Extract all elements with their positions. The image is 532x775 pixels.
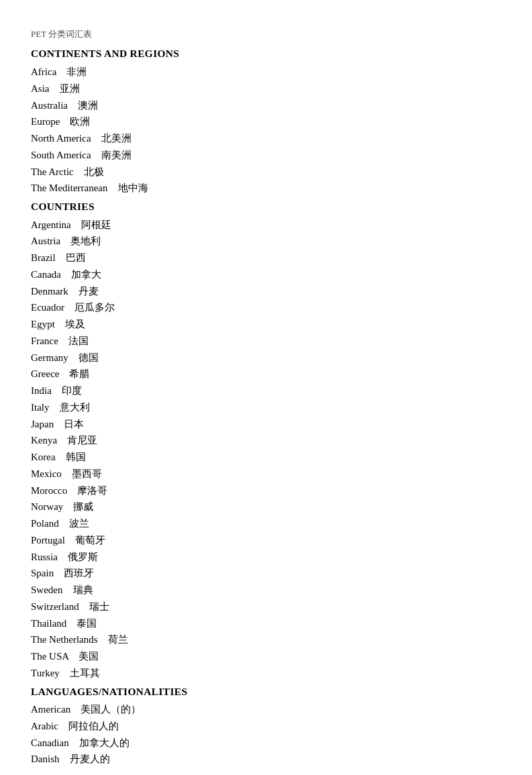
list-item: The Netherlands 荷兰 bbox=[31, 631, 501, 648]
list-item: Ecuador 厄瓜多尔 bbox=[31, 299, 501, 316]
section-heading-languages: LANGUAGES/NATIONALITIES bbox=[31, 683, 501, 701]
entry-english: Ecuador bbox=[31, 302, 64, 313]
entry-english: Poland bbox=[31, 518, 59, 529]
list-item: The USA 美国 bbox=[31, 648, 501, 665]
list-item: France 法国 bbox=[31, 333, 501, 350]
entry-chinese: 泰国 bbox=[76, 618, 97, 629]
entry-chinese: 韩国 bbox=[66, 452, 86, 462]
entry-chinese: 丹麦 bbox=[78, 286, 99, 297]
entry-english: Danish bbox=[31, 754, 60, 764]
entry-english: Morocco bbox=[31, 485, 67, 496]
entry-chinese: 西班牙 bbox=[64, 568, 94, 578]
entry-english: The Mediterranean bbox=[31, 183, 108, 193]
list-item: Sweden 瑞典 bbox=[31, 582, 501, 599]
entry-english: Europe bbox=[31, 116, 60, 127]
entry-english: Spain bbox=[31, 568, 54, 578]
entry-english: Australia bbox=[31, 100, 68, 111]
entry-english: Africa bbox=[31, 66, 56, 77]
entry-english: Egypt bbox=[31, 319, 55, 329]
entry-chinese: 巴西 bbox=[66, 252, 86, 263]
list-item: American 美国人（的） bbox=[31, 701, 501, 718]
entry-chinese: 肯尼亚 bbox=[67, 435, 97, 446]
entry-chinese: 埃及 bbox=[65, 319, 85, 329]
entry-chinese: 南美洲 bbox=[101, 150, 131, 160]
entry-chinese: 加拿大 bbox=[71, 269, 101, 280]
list-item: Poland 波兰 bbox=[31, 515, 501, 532]
list-item: Russia 俄罗斯 bbox=[31, 549, 501, 566]
entry-chinese: 阿根廷 bbox=[81, 219, 111, 230]
entry-chinese: 澳洲 bbox=[78, 100, 98, 111]
entry-chinese: 墨西哥 bbox=[72, 468, 102, 479]
list-item: Australia 澳洲 bbox=[31, 97, 501, 114]
list-item: Thailand 泰国 bbox=[31, 615, 501, 632]
entry-english: Sweden bbox=[31, 584, 63, 595]
entry-english: The USA bbox=[31, 651, 68, 662]
entry-chinese: 阿拉伯人的 bbox=[68, 721, 119, 731]
entry-chinese: 美国 bbox=[78, 651, 99, 662]
list-item: The Mediterranean 地中海 bbox=[31, 180, 501, 197]
entry-chinese: 德国 bbox=[78, 352, 99, 363]
entry-english: American bbox=[31, 704, 70, 715]
list-item: Greece 希腊 bbox=[31, 366, 501, 382]
entry-chinese: 日本 bbox=[64, 419, 84, 429]
entry-chinese: 美国人（的） bbox=[81, 704, 141, 715]
entry-chinese: 非洲 bbox=[66, 66, 87, 77]
entry-english: Norway bbox=[31, 501, 63, 512]
entry-english: Switzerland bbox=[31, 601, 79, 612]
list-item: Asia 亚洲 bbox=[31, 81, 501, 97]
list-item: Arabic 阿拉伯人的 bbox=[31, 718, 501, 735]
entry-english: Arabic bbox=[31, 721, 58, 731]
list-item: Austria 奥地利 bbox=[31, 233, 501, 250]
list-item: Canada 加拿大 bbox=[31, 266, 501, 283]
entry-english: India bbox=[31, 385, 52, 396]
entry-english: Turkey bbox=[31, 668, 60, 678]
entry-chinese: 欧洲 bbox=[70, 116, 90, 127]
entry-chinese: 摩洛哥 bbox=[77, 485, 107, 496]
list-item: Denmark 丹麦 bbox=[31, 283, 501, 300]
entry-chinese: 荷兰 bbox=[108, 634, 128, 645]
section-heading-countries: COUNTRIES bbox=[31, 198, 501, 215]
entry-english: Kenya bbox=[31, 435, 57, 446]
entry-english: Denmark bbox=[31, 286, 68, 297]
entry-english: Italy bbox=[31, 402, 50, 413]
list-item: Africa 非洲 bbox=[31, 64, 501, 81]
entry-english: Russia bbox=[31, 552, 58, 562]
list-item: Canadian 加拿大人的 bbox=[31, 735, 501, 752]
list-item: Brazil 巴西 bbox=[31, 250, 501, 266]
entry-english: Argentina bbox=[31, 219, 71, 230]
entry-chinese: 北美洲 bbox=[101, 133, 131, 144]
entry-english: France bbox=[31, 335, 58, 346]
entry-english: South America bbox=[31, 150, 91, 160]
list-item: Argentina 阿根廷 bbox=[31, 217, 501, 234]
entry-english: Brazil bbox=[31, 252, 56, 263]
entry-english: The Netherlands bbox=[31, 634, 98, 645]
entry-chinese: 加拿大人的 bbox=[79, 737, 129, 748]
entry-chinese: 奥地利 bbox=[70, 236, 101, 246]
entry-chinese: 挪威 bbox=[73, 501, 93, 512]
entry-chinese: 意大利 bbox=[60, 402, 90, 413]
entry-english: Canada bbox=[31, 269, 61, 280]
entry-chinese: 亚洲 bbox=[60, 83, 80, 94]
list-item: North America 北美洲 bbox=[31, 130, 501, 147]
content-sections: CONTINENTS AND REGIONSAfrica 非洲Asia 亚洲Au… bbox=[31, 45, 501, 768]
entry-chinese: 希腊 bbox=[69, 368, 89, 379]
entry-chinese: 北极 bbox=[84, 166, 104, 177]
entry-english: Germany bbox=[31, 352, 68, 363]
entry-chinese: 厄瓜多尔 bbox=[74, 302, 115, 313]
list-item: Japan 日本 bbox=[31, 416, 501, 433]
entry-chinese: 波兰 bbox=[69, 518, 89, 529]
list-item: South America 南美洲 bbox=[31, 147, 501, 164]
entry-english: Japan bbox=[31, 419, 54, 429]
page-subtitle: PET 分类词汇表 bbox=[31, 27, 501, 41]
entry-chinese: 俄罗斯 bbox=[68, 552, 98, 562]
list-item: Mexico 墨西哥 bbox=[31, 466, 501, 482]
entry-english: Thailand bbox=[31, 618, 66, 629]
entry-english: Asia bbox=[31, 83, 50, 94]
list-item: Switzerland 瑞士 bbox=[31, 599, 501, 615]
entry-english: Canadian bbox=[31, 737, 69, 748]
list-item: The Arctic 北极 bbox=[31, 164, 501, 180]
entry-english: Portugal bbox=[31, 535, 65, 546]
entry-chinese: 印度 bbox=[62, 385, 82, 396]
list-item: Norway 挪威 bbox=[31, 499, 501, 515]
list-item: Turkey 土耳其 bbox=[31, 665, 501, 682]
